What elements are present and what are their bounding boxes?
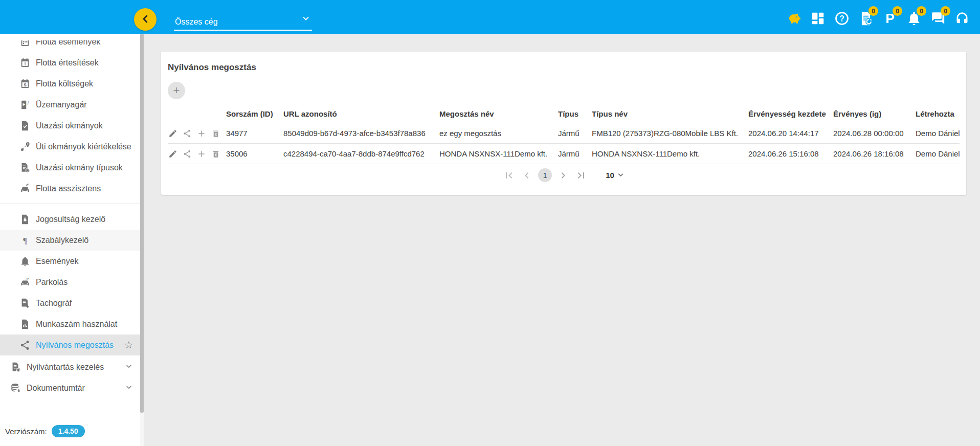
calendar-dollar-icon: $ — [19, 78, 31, 90]
column-type: Típus — [558, 104, 592, 123]
piggy-bank-icon — [786, 11, 801, 28]
version-row: Verziószám: 1.4.50 — [5, 424, 85, 438]
sidebar-item-label: Nyílvános megosztás — [36, 341, 114, 350]
sidebar-item-jogosultsag-kezelo[interactable]: Jogosultság kezelő — [0, 209, 140, 230]
sidebar-item-label: Flotta költségek — [36, 79, 93, 88]
sidebar-item-nyilvantartas-kezeles[interactable]: Nyilvántartás kezelés — [0, 356, 140, 377]
previous-page-button[interactable] — [520, 169, 533, 182]
sidebar-item-label: Nyilvántartás kezelés — [27, 363, 104, 372]
add-related-button[interactable] — [196, 149, 206, 159]
document-check-icon — [19, 120, 31, 131]
favorite-star-icon[interactable]: ☆ — [124, 339, 133, 351]
sidebar-item-uzemanyagar[interactable]: Ff Üzemanyagár — [0, 94, 140, 115]
share-button[interactable] — [182, 128, 192, 138]
cell-type: Jármű — [558, 144, 592, 164]
svg-text:¶: ¶ — [23, 235, 27, 245]
sidebar-item-label: Üzemanyagár — [36, 100, 87, 109]
piggy-bank-button[interactable] — [786, 11, 801, 27]
document-gear-icon — [19, 162, 31, 173]
delete-button[interactable] — [211, 149, 220, 159]
column-valid-to: Érvényes (ig) — [833, 104, 916, 123]
row-actions — [168, 128, 222, 138]
dashboard-grid-icon — [810, 11, 826, 28]
car-check-icon — [19, 183, 31, 194]
add-share-button[interactable]: + — [168, 82, 185, 99]
chevron-down-icon — [301, 13, 311, 26]
sidebar-item-utazasi-okmany-tipusok[interactable]: Utazási okmány típusok — [0, 157, 140, 178]
edit-button[interactable] — [168, 149, 177, 159]
svg-text:F: F — [23, 102, 25, 107]
support-button[interactable] — [954, 11, 970, 27]
sidebar-bottom-nav: Nyilvántartás kezelés Dokumentumtár — [0, 356, 140, 398]
topbar-actions: ? 0 P 0 0 0 — [786, 11, 970, 27]
svg-text:$: $ — [24, 82, 26, 87]
public-share-card: Nyílvános megosztás + Sorszám (ID) URL a… — [161, 52, 966, 195]
messages-button[interactable]: 0 — [930, 11, 946, 27]
column-type-name: Típus név — [592, 104, 748, 123]
cell-url: 85049d09-b67d-4973-afce-b3453f78a836 — [283, 123, 439, 144]
sidebar-item-label: Dokumentumtár — [27, 384, 85, 393]
cell-name: ez egy megosztás — [439, 123, 558, 144]
first-page-button[interactable] — [502, 169, 516, 182]
cell-created-by: Demo Dániel — [916, 123, 960, 144]
sidebar-item-flotta-koltsegek[interactable]: $ Flotta költségek — [0, 73, 140, 94]
chevron-down-icon — [125, 383, 133, 393]
sidebar-item-utazasi-okmanyok[interactable]: Utazási okmányok — [0, 115, 140, 136]
sidebar-item-label: Szabálykezelő — [36, 236, 88, 245]
document-refresh-badge: 0 — [868, 6, 878, 16]
sidebar-nav: Flotta események ! Flotta értesítések $ … — [0, 40, 140, 355]
sidebar-item-nyilvanos-megosztas[interactable]: Nyílvános megosztás ☆ — [0, 334, 140, 355]
svg-text:P: P — [27, 277, 29, 281]
document-lock-icon — [19, 214, 31, 225]
cell-created-by: Demo Dániel — [916, 144, 960, 164]
route-pins-icon — [19, 141, 31, 152]
parking-button[interactable]: P 0 — [882, 11, 898, 27]
sidebar-item-flotta-ertesitesek[interactable]: ! Flotta értesítések — [0, 52, 140, 73]
delete-button[interactable] — [211, 128, 220, 138]
add-related-button[interactable] — [196, 128, 206, 138]
back-button[interactable] — [134, 8, 157, 31]
sidebar-item-flotta-esemenyek[interactable]: Flotta események — [0, 40, 140, 52]
calendar-event-icon — [19, 40, 31, 48]
cell-name: HONDA NSXNSX-111Demo kft. — [439, 144, 558, 164]
sidebar-item-esemenyek[interactable]: Események — [0, 251, 140, 272]
last-page-button[interactable] — [574, 169, 588, 182]
company-select-value: Összes cég — [175, 17, 218, 27]
cell-valid-to: 2024.06.28 00:00:00 — [833, 123, 916, 144]
sidebar-item-label: Utazási okmány típusok — [36, 163, 123, 172]
edit-button[interactable] — [168, 128, 177, 138]
current-page[interactable]: 1 — [538, 168, 552, 182]
sidebar-item-parkolas[interactable]: P Parkolás — [0, 272, 140, 293]
chevron-down-icon — [616, 170, 625, 181]
column-actions — [168, 104, 226, 123]
chevron-left-icon — [139, 12, 152, 27]
pagination: 1 10 — [168, 168, 960, 182]
sidebar-item-flotta-asszisztens[interactable]: Flotta asszisztens — [0, 178, 140, 199]
calendar-alert-icon: ! — [19, 57, 31, 69]
page-size-select[interactable]: 10 — [606, 170, 625, 181]
help-circle-icon: ? — [834, 11, 850, 28]
document-gear-icon — [10, 362, 21, 373]
topbar: Összes cég ? 0 P — [0, 0, 980, 34]
dashboard-button[interactable] — [810, 11, 826, 27]
table-row: 35006 c4228494-ca70-4aa7-8ddb-874e9ffcd7… — [168, 144, 960, 164]
next-page-button[interactable] — [556, 169, 570, 182]
sidebar-scrollbar-thumb[interactable] — [140, 34, 144, 413]
help-button[interactable]: ? — [834, 11, 850, 27]
sidebar-item-label: Úti okmányok kiértékelése — [36, 142, 131, 151]
sidebar-item-label: Parkolás — [36, 278, 68, 287]
sidebar-item-tachograf[interactable]: Tachográf — [0, 293, 140, 314]
bell-icon — [19, 256, 31, 267]
sidebar-item-uti-okmanyok-kiertekelese[interactable]: Úti okmányok kiértékelése — [0, 136, 140, 157]
document-refresh-button[interactable]: 0 — [858, 11, 874, 27]
company-select[interactable]: Összes cég — [174, 12, 312, 31]
share-button[interactable] — [182, 149, 192, 159]
sidebar-item-label: Utazási okmányok — [36, 121, 103, 130]
page-size-value: 10 — [606, 171, 614, 180]
sidebar-item-szabalykezelo[interactable]: ¶ Szabálykezelő — [0, 230, 140, 251]
notifications-button[interactable]: 0 — [906, 11, 922, 27]
main-content: Nyílvános megosztás + Sorszám (ID) URL a… — [144, 34, 980, 446]
parking-badge: 0 — [893, 6, 902, 16]
sidebar-item-dokumentumtar[interactable]: Dokumentumtár — [0, 377, 140, 398]
sidebar-item-munkaszam-hasznalat[interactable]: Munkaszám használat — [0, 314, 140, 334]
